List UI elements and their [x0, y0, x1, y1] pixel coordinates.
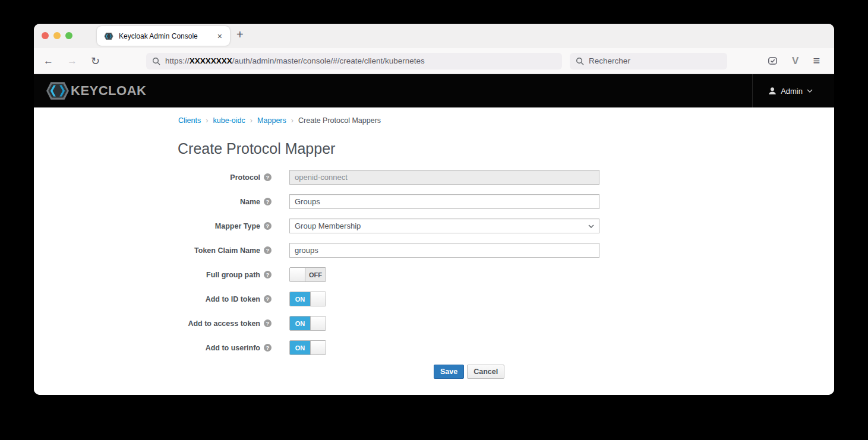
form-row: Mapper Type?Group Membership	[178, 219, 834, 233]
back-icon[interactable]: ←	[43, 56, 53, 66]
help-icon[interactable]: ?	[264, 198, 272, 205]
close-window-button[interactable]	[42, 32, 49, 39]
breadcrumb: Clients›kube-oidc›Mappers›Create Protoco…	[34, 107, 834, 125]
search-icon	[152, 57, 160, 65]
field-label-text: Add to access token	[188, 319, 260, 328]
browser-toolbar: ← → ↻ https://XXXXXXXX/auth/admin/master…	[34, 48, 834, 74]
keycloak-logo-icon	[46, 81, 70, 101]
field-control: ON	[289, 340, 326, 355]
search-icon	[576, 57, 584, 65]
form-row: Add to userinfo?ON	[178, 340, 834, 355]
toolbar-right-icons: V ≡	[768, 54, 820, 68]
toggle-handle[interactable]	[310, 292, 326, 306]
toggle-state-label: ON	[290, 341, 310, 354]
brand-text: KEYCLOAK	[71, 83, 146, 99]
cancel-button[interactable]: Cancel	[467, 365, 504, 379]
breadcrumb-separator: ›	[250, 116, 252, 125]
form-row: Protocol?	[178, 170, 834, 185]
help-icon[interactable]: ?	[264, 222, 272, 230]
toggle-handle[interactable]	[310, 316, 326, 330]
url-bar[interactable]: https://XXXXXXXX/auth/admin/master/conso…	[146, 53, 562, 69]
field-label: Protocol?	[178, 173, 272, 182]
breadcrumb-separator: ›	[206, 116, 208, 125]
help-icon[interactable]: ?	[264, 271, 272, 278]
form-row: Add to access token?ON	[178, 316, 834, 331]
page-title: Create Protocol Mapper	[178, 140, 834, 157]
hamburger-menu-icon[interactable]: ≡	[813, 54, 820, 68]
select-value: Group Membership	[295, 221, 361, 230]
toggle-switch[interactable]: ON	[289, 340, 326, 355]
toggle-handle[interactable]	[290, 268, 305, 281]
text-input[interactable]	[289, 243, 599, 258]
field-control: Group Membership	[289, 219, 599, 233]
browser-window: Keycloak Admin Console × + ← → ↻ https:/…	[34, 24, 834, 395]
keycloak-favicon	[104, 31, 113, 41]
field-label: Mapper Type?	[178, 222, 272, 230]
breadcrumb-separator: ›	[291, 116, 293, 125]
help-icon[interactable]: ?	[264, 246, 272, 254]
extension-icon[interactable]: V	[792, 55, 798, 67]
breadcrumb-item[interactable]: Mappers	[257, 116, 286, 125]
field-label-text: Token Claim Name	[194, 246, 260, 255]
breadcrumb-item[interactable]: Clients	[178, 116, 201, 125]
toggle-switch[interactable]: OFF	[289, 267, 326, 282]
zoom-window-button[interactable]	[65, 32, 72, 39]
url-scheme: https://	[165, 56, 190, 65]
text-input[interactable]	[289, 194, 599, 209]
chevron-down-icon	[588, 224, 594, 228]
field-label: Full group path?	[178, 271, 272, 279]
toggle-state-label: ON	[290, 292, 310, 306]
keycloak-logo: KEYCLOAK	[46, 81, 146, 101]
new-tab-button[interactable]: +	[236, 28, 244, 42]
form-fields: Protocol?Name?Mapper Type?Group Membersh…	[178, 170, 834, 355]
shield-check-icon[interactable]	[768, 56, 778, 66]
form-row: Full group path?OFF	[178, 267, 834, 282]
field-label-text: Full group path	[206, 271, 260, 279]
minimize-window-button[interactable]	[53, 32, 61, 39]
help-icon[interactable]: ?	[264, 319, 272, 327]
keycloak-header: KEYCLOAK Admin	[34, 74, 834, 107]
create-mapper-form: Protocol?Name?Mapper Type?Group Membersh…	[178, 170, 834, 379]
select-input[interactable]: Group Membership	[289, 219, 599, 233]
search-input[interactable]	[589, 56, 708, 65]
toggle-switch[interactable]: ON	[289, 292, 326, 306]
user-label: Admin	[781, 87, 803, 96]
help-icon[interactable]: ?	[264, 173, 272, 181]
toggle-handle[interactable]	[310, 341, 326, 354]
breadcrumb-item[interactable]: kube-oidc	[213, 116, 245, 125]
help-icon[interactable]: ?	[264, 344, 272, 352]
field-control	[289, 243, 599, 258]
breadcrumb-item: Create Protocol Mappers	[298, 116, 381, 125]
url-path: /auth/admin/master/console/#/create/clie…	[232, 56, 425, 65]
form-row: Token Claim Name?	[178, 243, 834, 258]
tab-close-icon[interactable]: ×	[216, 31, 224, 41]
form-row: Add to ID token?ON	[178, 292, 834, 306]
toggle-state-label: ON	[290, 316, 310, 330]
browser-tab[interactable]: Keycloak Admin Console ×	[97, 26, 230, 46]
field-label: Token Claim Name?	[178, 246, 272, 255]
text-input	[289, 170, 599, 185]
help-icon[interactable]: ?	[264, 295, 272, 303]
save-button[interactable]: Save	[434, 365, 464, 379]
page-content: Clients›kube-oidc›Mappers›Create Protoco…	[34, 107, 834, 395]
tab-title: Keycloak Admin Console	[119, 32, 216, 40]
reload-icon[interactable]: ↻	[91, 56, 100, 67]
url-host: XXXXXXXX	[190, 56, 232, 65]
search-bar[interactable]	[570, 53, 727, 69]
toggle-state-label: OFF	[305, 268, 326, 281]
field-label: Add to access token?	[178, 319, 272, 328]
field-control: ON	[289, 316, 326, 331]
url-text: https://XXXXXXXX/auth/admin/master/conso…	[165, 56, 425, 65]
forward-icon[interactable]: →	[67, 56, 77, 66]
form-actions: Save Cancel	[434, 365, 834, 379]
field-control: OFF	[289, 267, 326, 282]
chevron-down-icon	[807, 89, 813, 93]
toggle-switch[interactable]: ON	[289, 316, 326, 331]
field-control	[289, 170, 599, 185]
field-label-text: Add to ID token	[206, 295, 260, 303]
user-menu[interactable]: Admin	[752, 74, 834, 107]
field-label: Add to userinfo?	[178, 344, 272, 352]
field-label-text: Add to userinfo	[206, 344, 260, 352]
user-icon	[768, 87, 777, 95]
field-label-text: Name	[240, 198, 260, 206]
